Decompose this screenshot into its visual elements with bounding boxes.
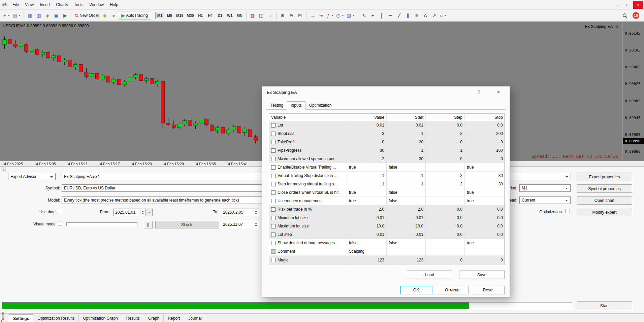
- param-stop-cell[interactable]: true: [465, 188, 505, 196]
- param-step-cell[interactable]: [426, 188, 465, 196]
- param-stop-cell[interactable]: 100: [465, 146, 505, 154]
- param-step-cell[interactable]: 0.0: [426, 222, 465, 230]
- param-value-cell[interactable]: 3: [347, 130, 387, 138]
- param-stop-cell[interactable]: 200: [465, 130, 505, 138]
- dialog-titlebar[interactable]: Ex Scalping EA: [262, 86, 510, 98]
- ea-badge[interactable]: Ex Scalping EA ☺: [585, 24, 619, 29]
- skip-to-date-field[interactable]: 2025.11.07: [221, 221, 259, 228]
- param-stop-cell[interactable]: 0.0: [465, 230, 505, 239]
- param-stop-cell[interactable]: true: [465, 197, 505, 205]
- cursor-button[interactable]: ↖: [360, 11, 368, 20]
- charts-bar-button[interactable]: ▥: [248, 11, 257, 20]
- param-stop-cell[interactable]: [465, 247, 505, 255]
- param-stop-cell[interactable]: 0.0: [465, 222, 505, 230]
- horizontal-line-button[interactable]: ─: [386, 11, 395, 20]
- param-stop-cell[interactable]: 30: [465, 180, 505, 188]
- param-step-cell[interactable]: 0: [426, 138, 465, 146]
- param-checkbox[interactable]: [271, 174, 276, 178]
- param-start-cell[interactable]: 2.0: [387, 205, 426, 213]
- zoom-out-button[interactable]: ⊖: [287, 11, 296, 20]
- param-start-cell[interactable]: 0.01: [387, 121, 426, 129]
- param-value-cell[interactable]: false: [347, 239, 387, 247]
- cancel-button[interactable]: Отмена: [436, 286, 469, 294]
- spinner-icon[interactable]: [140, 209, 145, 215]
- new-order-button[interactable]: ⇅New Order: [73, 11, 100, 20]
- param-value-cell[interactable]: 0.01: [347, 214, 387, 222]
- from-date-dropdown[interactable]: [146, 209, 153, 216]
- param-start-cell[interactable]: false: [387, 188, 426, 196]
- param-step-cell[interactable]: 0.0: [426, 214, 465, 222]
- param-start-cell[interactable]: 0.01: [387, 214, 426, 222]
- load-button[interactable]: Load: [407, 271, 452, 279]
- spread-select[interactable]: Current: [519, 196, 571, 204]
- timeframe-w1-button[interactable]: W1: [225, 12, 234, 19]
- visual-mode-checkbox[interactable]: [58, 221, 62, 225]
- param-step-cell[interactable]: 0: [426, 155, 465, 163]
- spinner-icon[interactable]: [254, 221, 258, 227]
- param-checkbox[interactable]: [271, 157, 276, 161]
- param-start-cell[interactable]: 1: [387, 130, 426, 138]
- tester-tab-optim-ization-results[interactable]: Optim­ization Results: [33, 314, 79, 322]
- timeframe-d1-button[interactable]: D1: [216, 12, 225, 19]
- param-start-cell[interactable]: [387, 247, 426, 255]
- param-step-cell[interactable]: 2: [426, 180, 465, 188]
- param-value-cell[interactable]: 2.0: [347, 205, 387, 213]
- dialog-tab-testing[interactable]: Testing: [267, 101, 287, 110]
- expert-advisor-select[interactable]: Expert Advisor: [8, 173, 56, 180]
- param-stop-cell[interactable]: true: [465, 163, 505, 171]
- param-value-cell[interactable]: 0.01: [347, 121, 387, 129]
- chart-profiles-button[interactable]: ▤: [11, 11, 22, 20]
- param-checkbox[interactable]: [271, 207, 276, 212]
- param-step-cell[interactable]: [426, 247, 465, 255]
- param-stop-cell[interactable]: true: [465, 239, 505, 247]
- menu-help[interactable]: Help: [107, 2, 121, 7]
- chart-shift-button[interactable]: ⇥: [317, 11, 326, 20]
- param-value-cell[interactable]: 1: [347, 172, 387, 180]
- spinner-icon[interactable]: [254, 209, 258, 215]
- param-step-cell[interactable]: 0: [426, 256, 465, 264]
- param-checkbox[interactable]: [271, 165, 276, 170]
- strategy-tester-button[interactable]: ▶: [61, 11, 69, 20]
- param-start-cell[interactable]: 10.0: [387, 222, 426, 230]
- param-value-cell[interactable]: 0.01: [347, 230, 387, 239]
- charts-candles-button[interactable]: ◫: [257, 11, 266, 20]
- param-start-cell[interactable]: 20: [387, 138, 426, 146]
- menu-charts[interactable]: Charts: [53, 2, 71, 7]
- trendline-button[interactable]: ╱: [395, 11, 404, 20]
- param-value-cell[interactable]: 0: [347, 138, 387, 146]
- param-step-cell[interactable]: 0.0: [426, 121, 465, 129]
- menu-file[interactable]: File: [9, 2, 22, 7]
- param-stop-cell[interactable]: 0: [465, 256, 505, 264]
- param-start-cell[interactable]: 1: [387, 180, 426, 188]
- expert-properties-button[interactable]: Expert properties: [577, 173, 632, 181]
- vertical-line-button[interactable]: │: [377, 11, 386, 20]
- to-date-field[interactable]: 2025.02.05: [221, 209, 259, 216]
- param-step-cell[interactable]: 2: [426, 130, 465, 138]
- reset-button[interactable]: Reset: [472, 286, 505, 294]
- optimization-checkbox[interactable]: [566, 209, 570, 213]
- dialog-help-button[interactable]: ?: [475, 89, 483, 96]
- param-start-cell[interactable]: 1: [387, 172, 426, 180]
- skip-to-button[interactable]: Skip to: [155, 221, 219, 228]
- param-value-cell[interactable]: Scalping: [347, 247, 387, 255]
- param-start-cell[interactable]: 0.01: [387, 230, 426, 239]
- param-step-cell[interactable]: 2: [426, 172, 465, 180]
- param-step-cell[interactable]: 0.0: [426, 205, 465, 213]
- search-icon[interactable]: [621, 11, 630, 20]
- param-step-cell[interactable]: 0.0: [426, 230, 465, 239]
- equidistant-channel-button[interactable]: ∥: [404, 11, 412, 20]
- modify-expert-button[interactable]: Modify expert: [577, 208, 632, 216]
- param-checkbox[interactable]: [271, 148, 276, 153]
- new-chart-button[interactable]: +: [2, 11, 11, 20]
- panel-close-icon[interactable]: ×: [1, 168, 6, 172]
- param-checkbox[interactable]: [271, 216, 276, 220]
- timeframe-m15-button[interactable]: M15: [175, 12, 185, 19]
- close-button[interactable]: ×: [633, 1, 643, 9]
- param-start-cell[interactable]: 30: [387, 155, 426, 163]
- tester-tab-results[interactable]: Results: [122, 314, 144, 322]
- param-checkbox[interactable]: [271, 140, 276, 144]
- param-checkbox[interactable]: [271, 199, 276, 203]
- zoom-in-button[interactable]: ⊕: [278, 11, 287, 20]
- visual-speed-slider[interactable]: [66, 222, 137, 226]
- param-start-cell[interactable]: false: [387, 197, 426, 205]
